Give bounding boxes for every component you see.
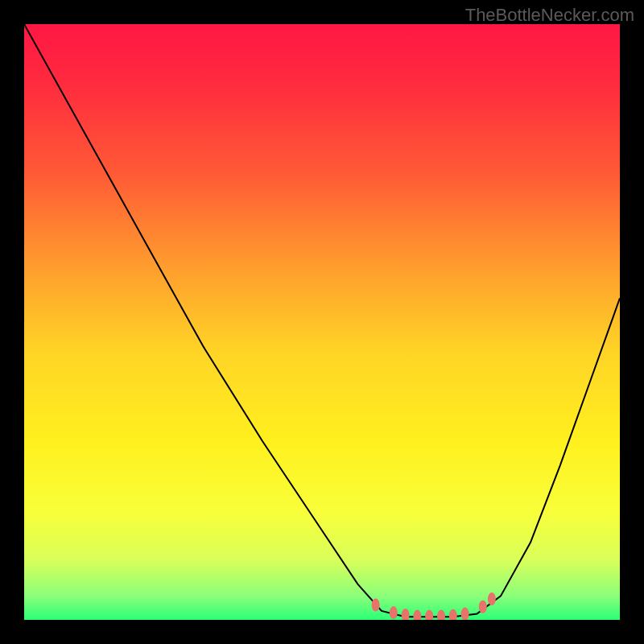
gradient-background <box>24 24 620 620</box>
svg-rect-0 <box>24 24 620 620</box>
plot-area <box>24 24 620 620</box>
watermark-text: TheBottleNecker.com <box>465 5 634 26</box>
